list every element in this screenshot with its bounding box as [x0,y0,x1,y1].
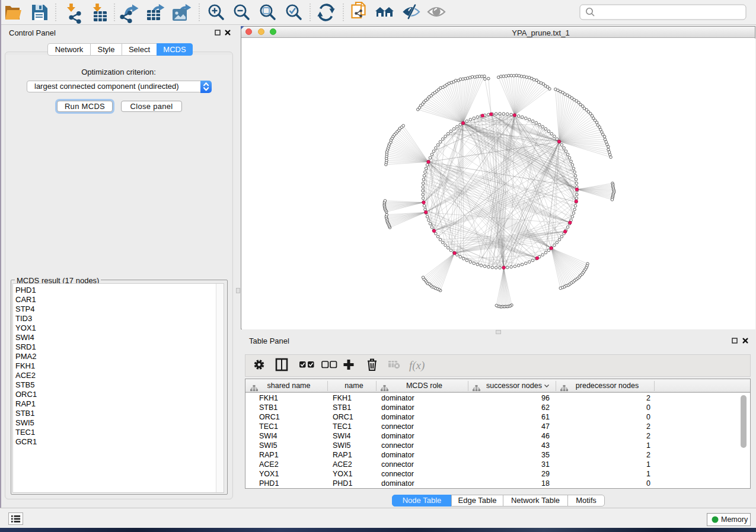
svg-text:Memory: Memory [721,515,748,524]
svg-text:f(x): f(x) [409,359,425,372]
